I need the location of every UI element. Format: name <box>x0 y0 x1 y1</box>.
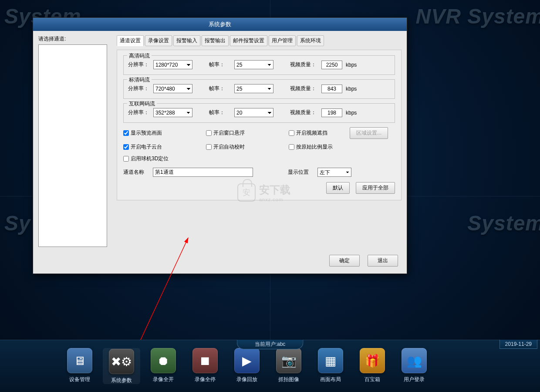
channel-listbox[interactable] <box>38 44 107 247</box>
channel-settings-panel: 高清码流分辨率：1280*720帧率：25视频质量：kbps标清码流分辨率：72… <box>117 50 402 200</box>
tab-4[interactable]: 邮件报警设置 <box>230 35 267 46</box>
stream-legend: 高清码流 <box>127 52 152 60</box>
taskbar-label: 画面布局 <box>312 376 349 383</box>
quality-input[interactable] <box>321 84 342 93</box>
tab-1[interactable]: 录像设置 <box>145 35 172 46</box>
check-auto-time[interactable]: 开启自动校时 <box>206 143 289 151</box>
taskbar-label: 设备管理 <box>61 376 98 383</box>
fps-select[interactable]: 20 <box>234 108 273 117</box>
taskbar-icon: 🖥 <box>67 348 92 373</box>
check-eptz[interactable]: 开启电子云台 <box>123 143 206 151</box>
tab-2[interactable]: 报警输入 <box>173 35 200 46</box>
system-params-dialog: 系统参数 请选择通道: 通道设置录像设置报警输入报警输出邮件报警设置用户管理系统… <box>33 17 407 274</box>
taskbar-label: 用户登录 <box>395 376 433 383</box>
channel-name-label: 通道名称 <box>123 169 144 176</box>
taskbar-item-1[interactable]: ✖⚙系统参数 <box>103 348 140 384</box>
fps-label: 帧率： <box>209 109 232 116</box>
apply-all-button[interactable]: 应用于全部 <box>356 182 395 194</box>
resolution-select[interactable]: 352*288 <box>153 108 192 117</box>
kbps-unit: kbps <box>346 62 357 68</box>
stream-legend: 互联网码流 <box>127 100 157 108</box>
taskbar-label: 录像回放 <box>228 376 266 383</box>
taskbar-item-0[interactable]: 🖥设备管理 <box>61 348 98 384</box>
taskbar-label: 系统参数 <box>103 377 140 384</box>
taskbar-item-3[interactable]: ⏹录像全停 <box>186 348 224 384</box>
tab-6[interactable]: 系统环境 <box>297 35 324 46</box>
region-settings-button[interactable]: 区域设置... <box>350 127 388 139</box>
fps-label: 帧率： <box>209 85 232 92</box>
bg-brand-2: NVR System <box>416 4 540 28</box>
taskbar-item-7[interactable]: 🎁百宝箱 <box>354 348 391 384</box>
check-original-ratio[interactable]: 按原始比例显示 <box>289 143 350 151</box>
taskbar-label: 百宝箱 <box>354 376 391 383</box>
channel-name-input[interactable] <box>153 168 253 177</box>
tab-0[interactable]: 通道设置 <box>117 35 144 46</box>
tab-3[interactable]: 报警输出 <box>202 35 229 46</box>
taskbar-label: 录像全开 <box>145 376 182 383</box>
taskbar-item-4[interactable]: ▶录像回放 <box>228 348 266 384</box>
settings-tabs: 通道设置录像设置报警输入报警输出邮件报警设置用户管理系统环境 <box>117 35 402 46</box>
date-display: 2019-11-29 <box>500 340 537 349</box>
check-window-float[interactable]: 开启窗口悬浮 <box>206 127 289 139</box>
taskbar-item-2[interactable]: ⏺录像全开 <box>145 348 182 384</box>
fps-label: 帧率： <box>209 61 232 68</box>
taskbar-icon: ⏺ <box>151 348 176 373</box>
taskbar-label: 抓拍图像 <box>270 376 307 383</box>
tab-5[interactable]: 用户管理 <box>269 35 296 46</box>
display-position-select[interactable]: 左下 <box>317 168 351 177</box>
quality-label: 视频质量： <box>290 109 319 116</box>
taskbar-icon: 👥 <box>402 348 427 373</box>
resolution-select[interactable]: 720*480 <box>153 84 192 93</box>
taskbar-icon: 🎁 <box>360 348 385 373</box>
resolution-select[interactable]: 1280*720 <box>153 60 192 69</box>
taskbar-icon: ✖⚙ <box>109 349 134 374</box>
resolution-label: 分辨率： <box>128 109 151 116</box>
bg-brand-3: Sy <box>4 211 31 235</box>
kbps-unit: kbps <box>346 86 357 92</box>
kbps-unit: kbps <box>346 110 357 116</box>
current-user-pill: 当前用户:abc <box>237 340 304 349</box>
quality-input[interactable] <box>321 108 342 117</box>
taskbar-icon: ▦ <box>318 348 343 373</box>
check-show-preview[interactable]: 显示预览画面 <box>123 127 206 139</box>
taskbar-icon: ▶ <box>234 348 260 373</box>
fps-select[interactable]: 25 <box>234 84 273 93</box>
stream-group-1: 标清码流分辨率：720*480帧率：25视频质量：kbps <box>123 79 395 99</box>
taskbar: 当前用户:abc 2019-11-29 🖥设备管理✖⚙系统参数⏺录像全开⏹录像全… <box>0 340 540 392</box>
check-dome-3d[interactable]: 启用球机3D定位 <box>123 155 169 162</box>
bg-brand-4: System <box>467 211 540 235</box>
taskbar-item-8[interactable]: 👥用户登录 <box>395 348 433 384</box>
quality-label: 视频质量： <box>290 61 319 68</box>
dialog-title: 系统参数 <box>33 18 407 31</box>
select-channel-label: 请选择通道: <box>38 35 112 43</box>
display-position-label: 显示位置 <box>288 169 309 176</box>
exit-button[interactable]: 退出 <box>368 255 398 267</box>
stream-group-0: 高清码流分辨率：1280*720帧率：25视频质量：kbps <box>123 55 395 75</box>
taskbar-icon: 📷 <box>276 348 301 373</box>
taskbar-item-6[interactable]: ▦画面布局 <box>312 348 349 384</box>
stream-group-2: 互联网码流分辨率：352*288帧率：20视频质量：kbps <box>123 103 395 123</box>
taskbar-icon: ⏹ <box>192 348 218 373</box>
quality-label: 视频质量： <box>290 85 319 92</box>
taskbar-label: 录像全停 <box>186 376 224 383</box>
taskbar-item-5[interactable]: 📷抓拍图像 <box>270 348 307 384</box>
default-button[interactable]: 默认 <box>326 182 350 194</box>
quality-input[interactable] <box>321 61 342 69</box>
resolution-label: 分辨率： <box>128 85 151 92</box>
check-video-mask[interactable]: 开启视频遮挡 <box>289 127 350 139</box>
fps-select[interactable]: 25 <box>234 60 273 69</box>
ok-button[interactable]: 确定 <box>329 255 360 267</box>
stream-legend: 标清码流 <box>127 76 152 84</box>
resolution-label: 分辨率： <box>128 61 151 68</box>
